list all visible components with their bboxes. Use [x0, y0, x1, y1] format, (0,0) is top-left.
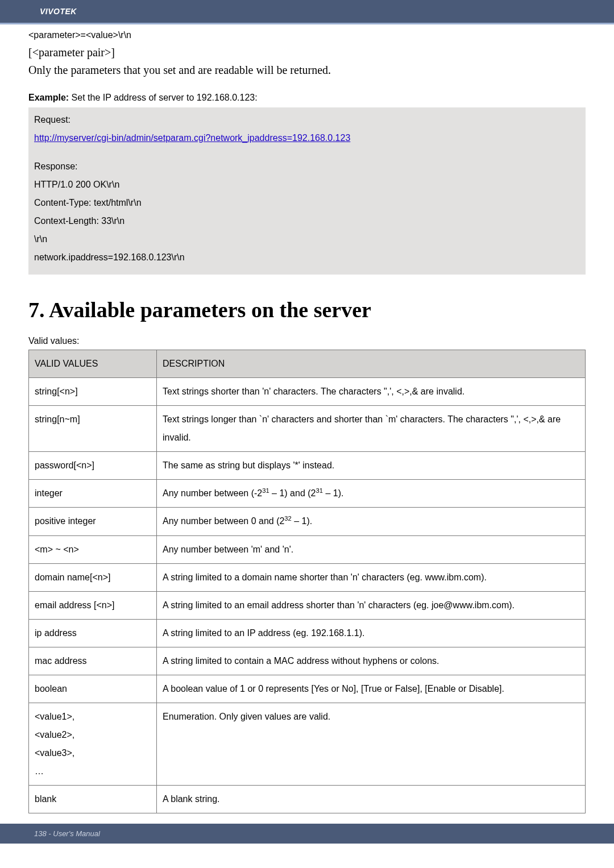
- response-line-0: HTTP/1.0 200 OK\r\n: [34, 176, 580, 194]
- response-line-3: \r\n: [34, 230, 580, 248]
- syntax-line-2: [<parameter pair>]: [28, 46, 586, 59]
- cell-valid-value: <value1>,<value2>,<value3>,…: [29, 703, 157, 785]
- footer-text: 138 - User's Manual: [34, 829, 100, 838]
- table-row: booleanA boolean value of 1 or 0 represe…: [29, 675, 586, 703]
- cell-valid-value: blank: [29, 785, 157, 813]
- page-content: <parameter>=<value>\r\n [<parameter pair…: [0, 30, 614, 813]
- response-line-4: network.ipaddress=192.168.0.123\r\n: [34, 248, 580, 267]
- cell-valid-value: domain name[<n>]: [29, 563, 157, 591]
- table-row: string[n~m]Text strings longer than `n' …: [29, 406, 586, 452]
- cell-description: A boolean value of 1 or 0 represents [Ye…: [157, 675, 586, 703]
- cell-description: Text strings longer than `n' characters …: [157, 406, 586, 452]
- valid-values-table: VALID VALUES DESCRIPTION string[<n>]Text…: [28, 350, 586, 813]
- cell-valid-value: string[n~m]: [29, 406, 157, 452]
- table-row: domain name[<n>]A string limited to a do…: [29, 563, 586, 591]
- example-heading: Example: Set the IP address of server to…: [28, 93, 586, 103]
- table-row: password[<n>]The same as string but disp…: [29, 452, 586, 480]
- section-title: 7. Available parameters on the server: [28, 297, 586, 322]
- response-line-1: Content-Type: text/html\r\n: [34, 194, 580, 212]
- cell-valid-value: string[<n>]: [29, 378, 157, 406]
- table-row: blankA blank string.: [29, 785, 586, 813]
- cell-valid-value: password[<n>]: [29, 452, 157, 480]
- spacer: [34, 147, 580, 157]
- example-label-bold: Example:: [28, 93, 69, 102]
- table-row: ip addressA string limited to an IP addr…: [29, 619, 586, 647]
- cell-description: A string limited to contain a MAC addres…: [157, 647, 586, 675]
- cell-description: A string limited to an email address sho…: [157, 591, 586, 619]
- cell-valid-value: mac address: [29, 647, 157, 675]
- cell-valid-value: email address [<n>]: [29, 591, 157, 619]
- cell-description: Enumeration. Only given values are valid…: [157, 703, 586, 785]
- table-row: <value1>,<value2>,<value3>,…Enumeration.…: [29, 703, 586, 785]
- table-row: string[<n>]Text strings shorter than 'n'…: [29, 378, 586, 406]
- cell-valid-value: integer: [29, 480, 157, 508]
- valid-values-label: Valid values:: [28, 336, 586, 346]
- cell-valid-value: <m> ~ <n>: [29, 535, 157, 563]
- table-row: <m> ~ <n>Any number between 'm' and 'n'.: [29, 535, 586, 563]
- example-label-text: Set the IP address of server to 192.168.…: [72, 93, 258, 102]
- response-label: Response:: [34, 157, 580, 176]
- table-header-row: VALID VALUES DESCRIPTION: [29, 350, 586, 378]
- cell-valid-value: ip address: [29, 619, 157, 647]
- request-url-line: http://myserver/cgi-bin/admin/setparam.c…: [34, 129, 580, 147]
- cell-valid-value: positive integer: [29, 508, 157, 535]
- cell-description: A string limited to an IP address (eg. 1…: [157, 619, 586, 647]
- footer-band: 138 - User's Manual: [0, 824, 614, 844]
- cell-description: Any number between 0 and (232 – 1).: [157, 508, 586, 535]
- cell-description: A blank string.: [157, 785, 586, 813]
- table-row: positive integerAny number between 0 and…: [29, 508, 586, 535]
- cell-valid-value: boolean: [29, 675, 157, 703]
- brand-logo: VIVOTEK: [40, 7, 77, 16]
- cell-description: Any number between (-231 – 1) and (231 –…: [157, 480, 586, 508]
- response-line-2: Context-Length: 33\r\n: [34, 212, 580, 230]
- header-underline: [0, 23, 614, 24]
- request-label: Request:: [34, 111, 580, 129]
- example-box: Request: http://myserver/cgi-bin/admin/s…: [28, 107, 586, 275]
- th-valid-values: VALID VALUES: [29, 350, 157, 378]
- header-band: VIVOTEK: [0, 0, 614, 23]
- th-description: DESCRIPTION: [157, 350, 586, 378]
- cell-description: Any number between 'm' and 'n'.: [157, 535, 586, 563]
- syntax-line-1: <parameter>=<value>\r\n: [28, 30, 586, 40]
- request-url-link[interactable]: http://myserver/cgi-bin/admin/setparam.c…: [34, 133, 350, 143]
- table-row: mac addressA string limited to contain a…: [29, 647, 586, 675]
- cell-description: The same as string but displays '*' inst…: [157, 452, 586, 480]
- cell-description: Text strings shorter than 'n' characters…: [157, 378, 586, 406]
- table-row: email address [<n>]A string limited to a…: [29, 591, 586, 619]
- cell-description: A string limited to a domain name shorte…: [157, 563, 586, 591]
- syntax-line-3: Only the parameters that you set and are…: [28, 64, 586, 77]
- table-row: integerAny number between (-231 – 1) and…: [29, 480, 586, 508]
